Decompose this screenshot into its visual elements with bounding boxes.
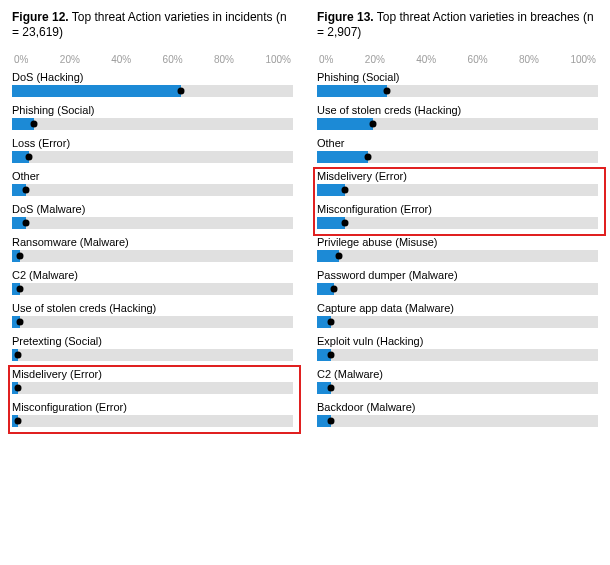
bar-dot [328, 418, 335, 425]
bar-fill [317, 151, 368, 163]
bar-label: Other [12, 170, 293, 184]
bar-dot [23, 220, 30, 227]
bar-track [12, 151, 293, 163]
bar-dot [31, 121, 38, 128]
bar-row: Misconfiguration (Error) [12, 401, 293, 427]
figure-13-panel: Figure 13. Top threat Action varieties i… [317, 10, 598, 553]
bar-label: Ransomware (Malware) [12, 236, 293, 250]
bar-dot [17, 286, 24, 293]
bar-row: Phishing (Social) [12, 104, 293, 130]
bar-dot [336, 253, 343, 260]
axis-tick: 40% [416, 54, 436, 65]
bar-row: DoS (Malware) [12, 203, 293, 229]
bar-row: Capture app data (Malware) [317, 302, 598, 328]
bar-track [317, 316, 598, 328]
bar-dot [370, 121, 377, 128]
bar-track [317, 217, 598, 229]
figure-13-rows: Phishing (Social)Use of stolen creds (Ha… [317, 71, 598, 434]
bar-track [12, 217, 293, 229]
bar-dot [17, 319, 24, 326]
bar-track [12, 382, 293, 394]
bar-row: Use of stolen creds (Hacking) [12, 302, 293, 328]
figure-12-x-axis: 0% 20% 40% 60% 80% 100% [12, 54, 293, 71]
bar-dot [330, 286, 337, 293]
bar-row: Privilege abuse (Misuse) [317, 236, 598, 262]
figure-13-title: Figure 13. Top threat Action varieties i… [317, 10, 598, 40]
bar-row: C2 (Malware) [12, 269, 293, 295]
bar-track [317, 250, 598, 262]
bar-track [317, 415, 598, 427]
bar-row: Other [317, 137, 598, 163]
axis-tick: 20% [60, 54, 80, 65]
bar-row: C2 (Malware) [317, 368, 598, 394]
bar-row: Loss (Error) [12, 137, 293, 163]
bar-row: Ransomware (Malware) [12, 236, 293, 262]
bar-track [12, 85, 293, 97]
bar-track [12, 415, 293, 427]
figure-12-title: Figure 12. Top threat Action varieties i… [12, 10, 293, 40]
bar-label: Loss (Error) [12, 137, 293, 151]
bar-track [317, 349, 598, 361]
bar-fill [12, 85, 181, 97]
bar-row: Use of stolen creds (Hacking) [317, 104, 598, 130]
axis-tick: 80% [214, 54, 234, 65]
bar-dot [384, 88, 391, 95]
bar-label: Misconfiguration (Error) [12, 401, 293, 415]
bar-dot [177, 88, 184, 95]
bar-track [317, 118, 598, 130]
bar-label: Use of stolen creds (Hacking) [12, 302, 293, 316]
bar-label: DoS (Malware) [12, 203, 293, 217]
bar-dot [14, 385, 21, 392]
bar-track [317, 184, 598, 196]
bar-label: Capture app data (Malware) [317, 302, 598, 316]
bar-track [12, 349, 293, 361]
bar-track [12, 118, 293, 130]
bar-row: Exploit vuln (Hacking) [317, 335, 598, 361]
bar-dot [342, 187, 349, 194]
bar-track [317, 283, 598, 295]
bar-track [317, 151, 598, 163]
bar-label: Misconfiguration (Error) [317, 203, 598, 217]
bar-dot [17, 253, 24, 260]
axis-tick: 40% [111, 54, 131, 65]
bar-label: Privilege abuse (Misuse) [317, 236, 598, 250]
bar-label: Other [317, 137, 598, 151]
bar-dot [14, 418, 21, 425]
bar-dot [14, 352, 21, 359]
bar-label: C2 (Malware) [12, 269, 293, 283]
figure-12-title-prefix: Figure 12. [12, 10, 69, 24]
bar-track [12, 316, 293, 328]
bar-fill [317, 85, 387, 97]
axis-tick: 60% [163, 54, 183, 65]
bar-dot [342, 220, 349, 227]
bar-row: Misdelivery (Error) [12, 368, 293, 394]
figure-13-x-axis: 0% 20% 40% 60% 80% 100% [317, 54, 598, 71]
bar-dot [364, 154, 371, 161]
bar-row: Other [12, 170, 293, 196]
figure-12-panel: Figure 12. Top threat Action varieties i… [12, 10, 293, 553]
bar-row: Misconfiguration (Error) [317, 203, 598, 229]
figure-12-rows: DoS (Hacking)Phishing (Social)Loss (Erro… [12, 71, 293, 434]
bar-dot [25, 154, 32, 161]
bar-label: Password dumper (Malware) [317, 269, 598, 283]
axis-tick: 0% [14, 54, 28, 65]
bar-row: Backdoor (Malware) [317, 401, 598, 427]
bar-dot [328, 319, 335, 326]
axis-tick: 0% [319, 54, 333, 65]
axis-tick: 20% [365, 54, 385, 65]
bar-label: Misdelivery (Error) [12, 368, 293, 382]
bar-dot [328, 352, 335, 359]
axis-tick: 80% [519, 54, 539, 65]
bar-label: Exploit vuln (Hacking) [317, 335, 598, 349]
bar-dot [328, 385, 335, 392]
bar-row: DoS (Hacking) [12, 71, 293, 97]
figure-pair: Figure 12. Top threat Action varieties i… [0, 0, 610, 565]
bar-label: Phishing (Social) [12, 104, 293, 118]
bar-dot [23, 187, 30, 194]
bar-row: Misdelivery (Error) [317, 170, 598, 196]
bar-label: Backdoor (Malware) [317, 401, 598, 415]
figure-13-title-prefix: Figure 13. [317, 10, 374, 24]
bar-label: Misdelivery (Error) [317, 170, 598, 184]
bar-track [12, 250, 293, 262]
bar-track [12, 184, 293, 196]
